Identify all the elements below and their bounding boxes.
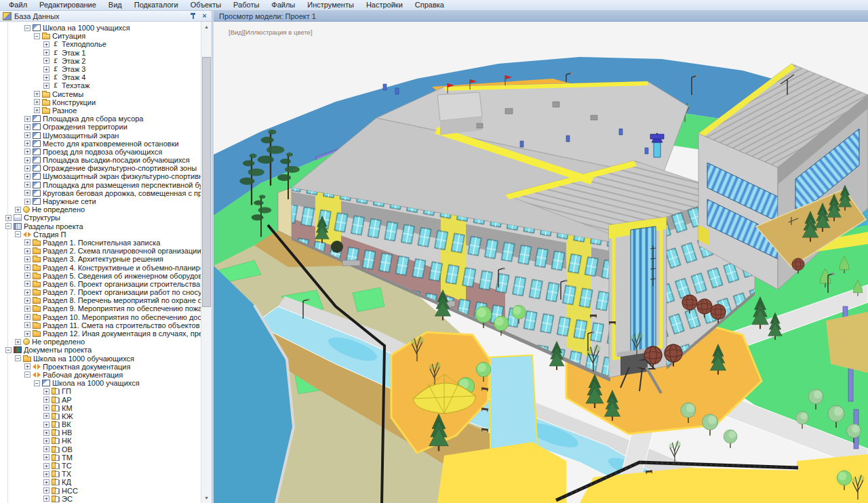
tree-item[interactable]: +Шумозащитный экран физкультурно-спортив… (0, 172, 201, 180)
menu-item-8[interactable]: Инструменты (301, 0, 360, 11)
tree-expander[interactable]: − (15, 355, 21, 361)
tree-item[interactable]: +ТМ (0, 454, 201, 462)
tree-item[interactable]: +Раздел 3. Архитектурные решения (0, 255, 201, 263)
tree-item[interactable]: +Круговая беговая дорожка, совмещенная с… (0, 189, 201, 197)
tree-item[interactable]: +Раздел 11. Смета на строительство объек… (0, 321, 201, 329)
tree-expander[interactable]: − (5, 223, 12, 229)
tree-expander[interactable]: + (15, 207, 21, 213)
tree-expander[interactable]: + (43, 422, 50, 428)
tree-item[interactable]: +Шумозащитный экран (0, 131, 201, 139)
scrollbar-thumb[interactable] (202, 57, 211, 307)
tree-item[interactable]: +Разное (0, 106, 201, 115)
tree-item[interactable]: +ТС (0, 462, 201, 470)
tree-item[interactable]: +£Этаж 4 (0, 73, 201, 81)
tree-item[interactable]: +Раздел 10. Мероприятия по обеспечению д… (0, 313, 201, 321)
tree-item[interactable]: +Раздел 7. Проект организации работ по с… (0, 288, 201, 296)
tree-expander[interactable]: + (24, 140, 31, 146)
tree-expander[interactable]: − (5, 347, 12, 353)
tree-expander[interactable]: + (43, 66, 50, 73)
tree-item[interactable]: +£Этаж 3 (0, 65, 201, 73)
tree-expander[interactable]: − (34, 380, 40, 386)
menu-item-9[interactable]: Настройки (360, 0, 409, 11)
tree-expander[interactable]: + (43, 413, 50, 419)
tree-item[interactable]: +Наружные сети (0, 197, 201, 205)
tree-expander[interactable]: + (24, 322, 31, 328)
tree-item[interactable]: +Проезд для подвоза обучающихся (0, 148, 201, 156)
tree-expander[interactable]: + (43, 430, 50, 436)
tree-expander[interactable]: + (24, 331, 31, 337)
tree-item[interactable]: −Документы проекта (0, 346, 201, 354)
tree-item[interactable]: +АР (0, 395, 201, 403)
tree-item[interactable]: +КД (0, 478, 201, 486)
menu-item-6[interactable]: Работы (227, 0, 265, 11)
tree-item[interactable]: +Площадка для сбора мусора (0, 115, 201, 123)
tree-expander[interactable]: − (15, 231, 21, 237)
tree-item[interactable]: +КМ (0, 404, 201, 412)
tree-item[interactable]: +Раздел 8. Перечень мероприятий по охран… (0, 296, 201, 304)
model-viewport[interactable]: [Вид][Иллюстрация в цвете] (214, 22, 868, 503)
tree-expander[interactable]: − (34, 33, 40, 39)
menu-item-7[interactable]: Файлы (265, 0, 301, 11)
tree-expander[interactable]: + (34, 91, 40, 97)
tree-item[interactable]: −Школа на 1000 учащихся (0, 24, 201, 32)
tree-item[interactable]: +Площадка для размещения перспективной б… (0, 181, 201, 189)
tree-expander[interactable]: + (43, 41, 50, 47)
close-icon[interactable]: × (200, 12, 209, 20)
tree-item[interactable]: −Школа на 1000 учащихся (0, 379, 201, 387)
tree-expander[interactable]: + (15, 339, 21, 345)
tree-item[interactable]: +ГП (0, 387, 201, 395)
tree-expander[interactable]: + (24, 289, 31, 296)
tree-item[interactable]: −Ситуация (0, 32, 201, 40)
tree-expander[interactable]: − (24, 371, 31, 378)
tree-item[interactable]: +Место для кратковременной остановки (0, 140, 201, 148)
tree-expander[interactable]: + (24, 157, 31, 163)
menu-item-1[interactable]: Файл (3, 0, 33, 11)
tree-expander[interactable]: + (24, 124, 31, 130)
tree-item[interactable]: +НВ (0, 428, 201, 437)
tree-item[interactable]: +КЖ (0, 412, 201, 420)
tree-item[interactable]: +ОВ (0, 445, 201, 454)
tree-item[interactable]: +Площадка высадки-посадки обучающихся (0, 156, 201, 164)
tree-expander[interactable]: + (24, 174, 31, 180)
tree-expander[interactable]: + (24, 190, 31, 196)
tree-item[interactable]: +ТХ (0, 470, 201, 478)
tree-expander[interactable]: + (34, 99, 40, 105)
tree-item[interactable]: +ЭС (0, 495, 201, 503)
tree-expander[interactable]: + (24, 281, 31, 287)
tree-expander[interactable]: + (24, 182, 31, 188)
tree-expander[interactable]: + (24, 132, 31, 138)
tree-item[interactable]: +Раздел 4. Конструктивные и объемно-план… (0, 263, 201, 271)
tree-item[interactable]: −Разделы проекта (0, 222, 201, 230)
tree-expander[interactable]: + (24, 314, 31, 320)
tree-expander[interactable]: + (43, 471, 50, 477)
tree-item[interactable]: +Ограждение физкультурно-спортивной зоны (0, 164, 201, 172)
tree-expander[interactable]: − (24, 25, 31, 31)
tree-item[interactable]: +£Техподполье (0, 40, 201, 48)
tree-item[interactable]: +Раздел 12. Иная документация в случаях,… (0, 329, 201, 338)
scrollbar-down-arrow[interactable]: ▼ (201, 493, 212, 503)
menu-item-3[interactable]: Вид (102, 0, 128, 11)
menu-item-10[interactable]: Справка (409, 0, 450, 11)
pin-icon[interactable] (189, 12, 197, 20)
tree-item[interactable]: +£Техэтаж (0, 81, 201, 89)
tree-expander[interactable]: + (24, 148, 31, 155)
tree-expander[interactable]: + (43, 446, 50, 452)
tree-expander[interactable]: + (43, 479, 50, 485)
tree-item[interactable]: +Не определено (0, 338, 201, 346)
tree-item[interactable]: +Системы (0, 90, 201, 98)
menu-item-5[interactable]: Объекты (184, 0, 227, 11)
tree-expander[interactable]: + (24, 363, 31, 369)
tree-scrollbar[interactable]: ▲ ▼ (201, 22, 212, 503)
tree-expander[interactable]: + (24, 239, 31, 245)
tree-expander[interactable]: + (43, 397, 50, 403)
tree-expander[interactable]: + (24, 248, 31, 254)
tree-expander[interactable]: + (24, 165, 31, 172)
menu-item-2[interactable]: Редактирование (33, 0, 102, 11)
tree-expander[interactable]: + (24, 256, 31, 262)
tree-item[interactable]: +Раздел 2. Схема планировочной организац… (0, 247, 201, 255)
scrollbar-up-arrow[interactable]: ▲ (201, 22, 212, 32)
tree-item[interactable]: +Ограждения территории (0, 123, 201, 131)
tree-item[interactable]: +ВК (0, 420, 201, 428)
tree-expander[interactable]: + (43, 463, 50, 469)
tree-expander[interactable]: + (43, 438, 50, 444)
